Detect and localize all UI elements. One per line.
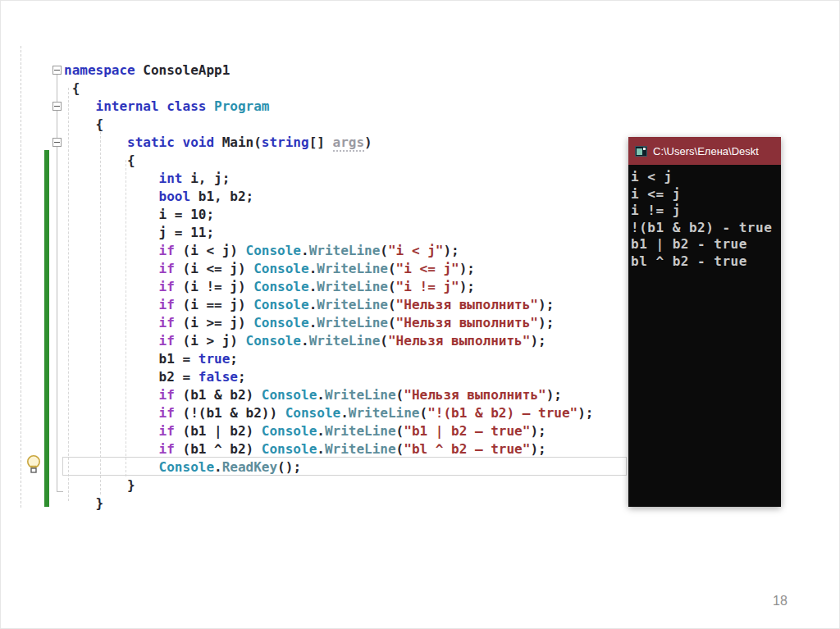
code-token: if <box>159 333 175 349</box>
console-titlebar[interactable]: C:\Users\Елена\Deskt <box>628 137 781 165</box>
code-token <box>64 441 159 457</box>
code-token: { <box>64 80 80 96</box>
code-token: ( <box>396 423 404 439</box>
code-line: } <box>64 476 593 495</box>
code-token: WriteLine <box>349 405 420 421</box>
code-token: . <box>317 387 325 403</box>
code-line: int i, j; <box>64 170 593 188</box>
code-token: WriteLine <box>317 297 388 312</box>
console-output-line: bl ^ b2 - true <box>631 253 781 271</box>
code-token: Console <box>246 243 301 258</box>
code-token: ( <box>396 441 404 457</box>
code-token: WriteLine <box>309 333 381 349</box>
code-line: if (i >= j) Console.WriteLine("Нельзя вы… <box>64 314 593 332</box>
code-token: if <box>159 405 175 421</box>
code-token <box>64 315 159 330</box>
code-line: bool b1, b2; <box>64 188 593 206</box>
code-line: b1 = true; <box>64 350 593 368</box>
code-token: (i < j) <box>175 243 246 258</box>
code-token: (b1 ^ b2) <box>175 441 262 457</box>
code-token: "i < j" <box>388 243 443 258</box>
code-token: (i > j) <box>175 333 246 349</box>
code-token: "Нельзя выполнить" <box>404 387 546 403</box>
code-token <box>206 98 214 114</box>
code-line: internal class Program <box>64 98 593 116</box>
code-token: "i <= j" <box>396 261 459 276</box>
console-output-line: b1 | b2 - true <box>631 236 781 253</box>
code-token: ) <box>364 134 372 150</box>
code-token: Program <box>214 98 269 114</box>
code-token: string <box>262 134 309 150</box>
collapse-toggle-icon[interactable] <box>52 66 62 75</box>
code-line: { <box>64 116 593 134</box>
code-token: "Нельзя выполнить" <box>388 333 530 349</box>
console-output-line: i != j <box>631 203 781 220</box>
code-token: class <box>167 98 206 114</box>
code-token: true <box>199 351 231 367</box>
code-token: ( <box>420 405 428 421</box>
code-token <box>64 98 96 114</box>
code-line: { <box>64 152 593 170</box>
code-token: . <box>214 459 222 475</box>
outline-scope-end-tick <box>57 491 63 492</box>
console-output-line: !(b1 & b2) - true <box>631 220 781 237</box>
code-token: if <box>159 423 175 439</box>
code-token <box>64 279 159 294</box>
code-token: WriteLine <box>317 261 388 276</box>
collapse-toggle-icon[interactable] <box>52 102 62 111</box>
code-token: Console <box>246 333 301 349</box>
console-output-line: i <= j <box>631 186 781 203</box>
lightbulb-icon[interactable] <box>25 454 43 476</box>
code-token: ( <box>388 261 396 276</box>
code-token <box>64 387 159 403</box>
code-line: if (i == j) Console.WriteLine("Нельзя вы… <box>64 296 593 314</box>
code-token: bool <box>159 189 191 204</box>
code-token: "bl ^ b2 – true" <box>404 441 530 457</box>
code-token: ( <box>380 333 388 349</box>
code-token <box>64 189 159 204</box>
code-line: if (!(b1 & b2)) Console.WriteLine("!(b1 … <box>64 404 593 422</box>
code-token: ); <box>530 423 546 439</box>
code-token: "Нельзя выполнить" <box>396 297 538 312</box>
code-token: ReadKey <box>222 459 277 475</box>
code-token: b1, b2; <box>190 189 253 204</box>
code-line: Console.ReadKey(); <box>64 458 593 476</box>
code-token: static <box>127 134 175 150</box>
code-line: } <box>64 495 593 513</box>
code-line: if (i < j) Console.WriteLine("i < j"); <box>64 242 593 260</box>
console-title: C:\Users\Елена\Deskt <box>653 145 759 157</box>
code-token <box>64 134 127 150</box>
code-token: ); <box>530 333 546 349</box>
code-token: . <box>340 405 349 421</box>
code-token <box>64 459 159 475</box>
code-token: (b1 | b2) <box>175 423 262 439</box>
code-token: [] <box>309 134 333 150</box>
editor-left-border <box>21 46 21 508</box>
code-token: ( <box>388 297 396 312</box>
code-line: j = 11; <box>64 224 593 242</box>
code-token: int <box>159 171 183 186</box>
code-token: b1 = <box>64 351 199 367</box>
code-token: (i == j) <box>175 297 253 312</box>
code-token: WriteLine <box>325 423 396 439</box>
code-token: Console <box>262 423 317 439</box>
code-token: WriteLine <box>325 441 396 457</box>
code-line: b2 = false; <box>64 368 593 386</box>
code-line: namespace ConsoleApp1 <box>64 62 593 80</box>
console-output-line: i < j <box>631 169 781 186</box>
collapse-toggle-icon[interactable] <box>52 138 62 147</box>
code-area: namespace ConsoleApp1 { internal class P… <box>64 62 593 513</box>
code-token: ); <box>459 261 475 276</box>
code-token: internal <box>96 98 159 114</box>
code-line: if (b1 | b2) Console.WriteLine("b1 | b2 … <box>64 422 593 440</box>
code-token: WriteLine <box>317 279 388 294</box>
code-token: WriteLine <box>325 387 396 403</box>
code-token <box>159 98 167 114</box>
code-token <box>64 261 159 276</box>
code-token: if <box>159 297 175 312</box>
code-token: WriteLine <box>309 243 381 258</box>
code-token: b2 = <box>64 369 199 385</box>
code-token: ); <box>546 387 562 403</box>
code-line: if (b1 ^ b2) Console.WriteLine("bl ^ b2 … <box>64 440 593 458</box>
code-token: Console <box>253 315 308 330</box>
